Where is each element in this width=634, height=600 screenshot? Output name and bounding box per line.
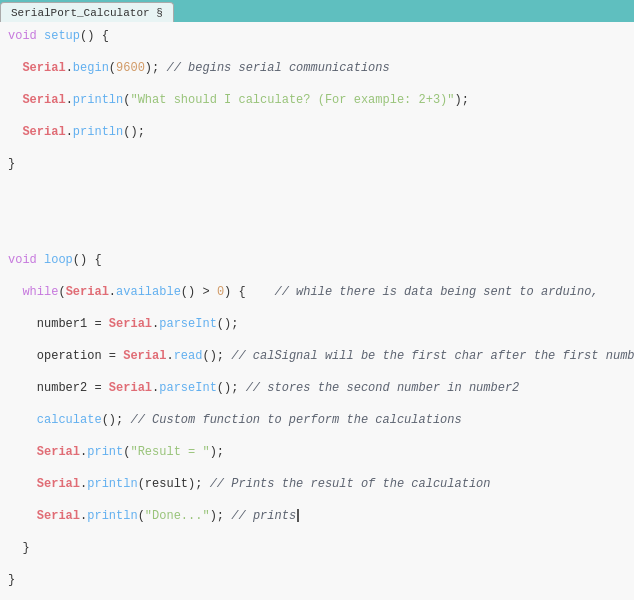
code-editor: void setup() { Serial.begin(9600); // be… (0, 22, 634, 600)
tab-bar: SerialPort_Calculator § (0, 0, 634, 22)
tab-serialport-calculator[interactable]: SerialPort_Calculator § (0, 2, 174, 22)
tab-label: SerialPort_Calculator § (11, 7, 163, 19)
